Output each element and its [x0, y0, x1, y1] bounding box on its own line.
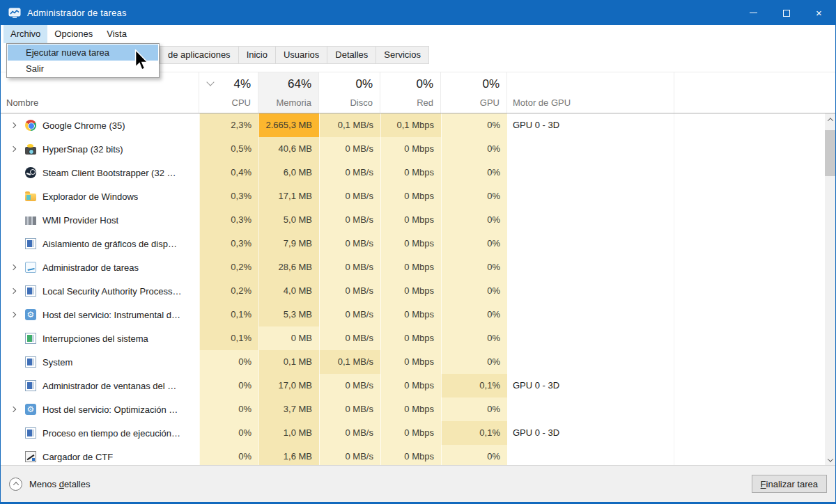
column-header-nombre[interactable]: Nombre: [1, 72, 199, 113]
process-name: Administrador de tareas: [42, 262, 139, 273]
expand-chevron-icon[interactable]: [10, 407, 25, 411]
cell-memory: 0 MB: [258, 326, 319, 350]
table-row[interactable]: System0%0,1 MB0,1 MB/s0 Mbps0%: [1, 350, 825, 374]
cell-cpu: 0,3%: [199, 208, 258, 232]
table-row[interactable]: Administrador de ventanas del …0%17,0 MB…: [1, 374, 825, 397]
window-icon: [25, 380, 36, 391]
window-controls: ×: [737, 1, 835, 25]
tab-servicios[interactable]: Servicios: [376, 46, 429, 64]
table-row[interactable]: Interrupciones del sistema0,1%0 MB0 MB/s…: [1, 326, 825, 350]
cell-disk: 0 MB/s: [319, 445, 380, 465]
expand-chevron-icon[interactable]: [10, 265, 25, 269]
less-details-label: Menos detalles: [29, 479, 90, 489]
ctf-icon: [25, 451, 36, 462]
menu-archivo[interactable]: Archivo: [3, 25, 47, 43]
table-row[interactable]: Cargador de CTF0%1,6 MB0 MB/s0 Mbps0%: [1, 445, 825, 465]
column-header-red[interactable]: 0% Red: [380, 72, 441, 113]
minimize-icon: [750, 13, 757, 13]
scrollbar-thumb[interactable]: [825, 130, 835, 176]
expand-chevron-icon[interactable]: [10, 289, 25, 293]
less-details-button[interactable]: Menos detalles: [9, 478, 90, 491]
cell-gpu: 0%: [441, 232, 507, 255]
cell-disk: 0 MB/s: [319, 421, 380, 445]
table-row[interactable]: Local Security Authority Process…0,2%4,0…: [1, 279, 825, 303]
close-button[interactable]: ×: [803, 1, 835, 25]
tab-inicio[interactable]: Inicio: [239, 46, 276, 64]
process-name: Host del servicio: Instrumental d…: [42, 310, 180, 320]
table-row[interactable]: Administrador de tareas0,2%28,6 MB0 MB/s…: [1, 255, 825, 279]
wmi-icon: [25, 216, 36, 225]
cell-disk: 0 MB/s: [319, 184, 380, 208]
cell-disk: 0 MB/s: [319, 326, 380, 350]
table-row[interactable]: Google Chrome (35)2,3%2.665,3 MB0,1 MB/s…: [1, 113, 825, 137]
archivo-dropdown-menu: Ejecutar nueva tarea Salir: [6, 43, 160, 78]
cell-gpu-engine: [507, 326, 674, 350]
cell-gpu: 0%: [441, 161, 507, 184]
process-name: System: [42, 357, 72, 368]
cell-net: 0 Mbps: [380, 184, 441, 208]
table-row[interactable]: Explorador de Windows0,3%17,1 MB0 MB/s0 …: [1, 184, 825, 208]
table-row[interactable]: Host del servicio: Instrumental d…0,1%5,…: [1, 303, 825, 326]
cell-memory: 6,0 MB: [258, 161, 319, 184]
table-row[interactable]: WMI Provider Host0,3%5,0 MB0 MB/s0 Mbps0…: [1, 208, 825, 232]
scroll-down-button[interactable]: [825, 454, 835, 466]
cell-process-name: Interrupciones del sistema: [1, 326, 199, 350]
column-header-disco[interactable]: 0% Disco: [319, 72, 380, 113]
task-manager-app-icon: [8, 8, 21, 19]
vertical-scrollbar[interactable]: [825, 113, 835, 466]
tab-historial-de-aplicaciones[interactable]: de aplicaciones: [160, 46, 239, 64]
column-header-motor-de-gpu[interactable]: Motor de GPU: [507, 72, 674, 113]
scroll-up-button[interactable]: [825, 113, 835, 125]
column-header-memoria[interactable]: 64% Memoria: [258, 72, 319, 113]
window-title: Administrador de tareas: [27, 8, 127, 18]
table-row[interactable]: Steam Client Bootstrapper (32 …0,4%6,0 M…: [1, 161, 825, 184]
cell-memory: 17,1 MB: [258, 184, 319, 208]
cell-cpu: 0,2%: [199, 255, 258, 279]
task-manager-window: Administrador de tareas × Archivo Opcion…: [0, 0, 836, 504]
expand-chevron-icon[interactable]: [10, 147, 25, 151]
column-header-cpu[interactable]: 4% CPU: [199, 72, 258, 113]
tab-usuarios[interactable]: Usuarios: [276, 46, 327, 64]
end-task-button[interactable]: Finalizar tarea: [752, 475, 827, 493]
expand-chevron-icon[interactable]: [10, 123, 25, 127]
cell-gpu-engine: [507, 303, 674, 326]
cell-disk: 0,1 MB/s: [319, 113, 380, 137]
cell-gpu: 0,1%: [441, 374, 507, 397]
process-name: Administrador de ventanas del …: [42, 381, 176, 391]
tab-detalles[interactable]: Detalles: [327, 46, 376, 64]
cell-net: 0 Mbps: [380, 326, 441, 350]
menu-item-ejecutar-nueva-tarea[interactable]: Ejecutar nueva tarea: [8, 45, 158, 61]
cell-gpu-engine: [507, 184, 674, 208]
cell-gpu: 0%: [441, 255, 507, 279]
column-header-gpu[interactable]: 0% GPU: [441, 72, 507, 113]
cell-process-name: HyperSnap (32 bits): [1, 137, 199, 161]
cell-gpu-engine: [507, 232, 674, 255]
cell-process-name: Explorador de Windows: [1, 184, 199, 208]
table-row[interactable]: HyperSnap (32 bits)0,5%40,6 MB0 MB/s0 Mb…: [1, 137, 825, 161]
cell-net: 0 Mbps: [380, 232, 441, 255]
menu-opciones[interactable]: Opciones: [47, 25, 100, 43]
cell-net: 0 Mbps: [380, 161, 441, 184]
cell-net: 0,1 Mbps: [380, 113, 441, 137]
cell-gpu-engine: [507, 208, 674, 232]
cell-memory: 4,0 MB: [258, 279, 319, 303]
cell-gpu: 0%: [441, 137, 507, 161]
cell-process-name: Steam Client Bootstrapper (32 …: [1, 161, 199, 184]
expand-chevron-icon[interactable]: [10, 313, 25, 317]
table-row[interactable]: Aislamiento de gráficos de disp…0,3%7,9 …: [1, 232, 825, 255]
cell-disk: 0 MB/s: [319, 255, 380, 279]
cell-process-name: Host del servicio: Optimización …: [1, 397, 199, 421]
cell-gpu: 0%: [441, 350, 507, 374]
table-row[interactable]: Host del servicio: Optimización …0%3,7 M…: [1, 397, 825, 421]
maximize-button[interactable]: [770, 1, 803, 25]
menu-vista[interactable]: Vista: [100, 25, 134, 43]
cell-process-name: System: [1, 350, 199, 374]
table-row[interactable]: Proceso en tiempo de ejecución…0%1,0 MB0…: [1, 421, 825, 445]
cell-gpu-engine: [507, 255, 674, 279]
minimize-button[interactable]: [737, 1, 770, 25]
menu-item-salir[interactable]: Salir: [8, 61, 158, 77]
steam-icon: [25, 167, 36, 178]
cell-net: 0 Mbps: [380, 208, 441, 232]
cell-gpu: 0%: [441, 397, 507, 421]
process-table-body: Google Chrome (35)2,3%2.665,3 MB0,1 MB/s…: [1, 113, 825, 465]
